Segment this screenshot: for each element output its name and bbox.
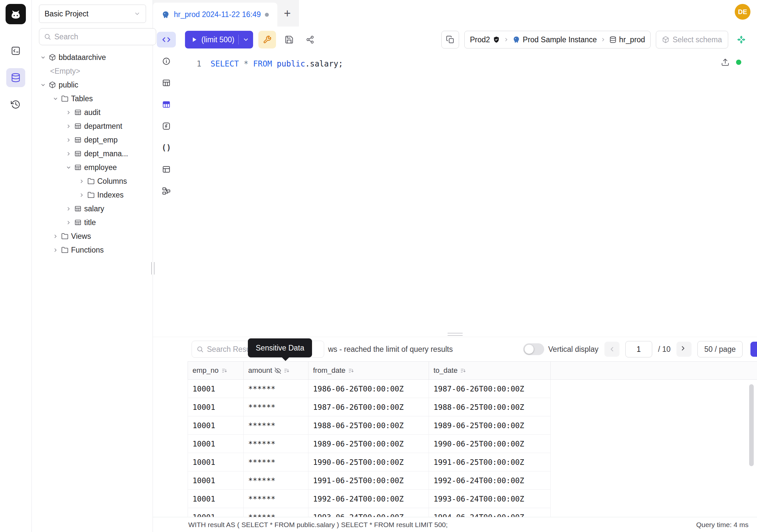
table-row[interactable]: 10001******1986-06-26T00:00:00Z1987-06-2… — [188, 380, 757, 398]
table-cell[interactable]: 1989-06-25T00:00:00Z — [308, 435, 429, 453]
tree-item-empty[interactable]: <Empty> — [32, 64, 153, 78]
tree-item-views[interactable]: Views — [32, 229, 153, 243]
copy-sheet-button[interactable] — [441, 31, 459, 48]
prev-page-button[interactable] — [604, 342, 620, 357]
tree-item-bbdataarchive[interactable]: bbdataarchive — [32, 50, 153, 64]
table-cell[interactable]: 1988-06-25T00:00:00Z — [429, 398, 550, 416]
avatar[interactable]: DE — [735, 4, 750, 20]
table-cell[interactable]: 1993-06-24T00:00:00Z — [308, 508, 429, 517]
tree-item-title[interactable]: title — [32, 216, 153, 229]
tree-item-audit[interactable]: audit — [32, 106, 153, 119]
chevron-right-icon[interactable] — [66, 123, 72, 129]
info-panel-button[interactable] — [157, 53, 176, 69]
table-data-panel-button[interactable] — [157, 97, 176, 112]
table-cell[interactable]: ****** — [243, 416, 308, 435]
table-row[interactable]: 10001******1993-06-24T00:00:00Z1994-06-2… — [188, 508, 757, 517]
tables-panel-button[interactable] — [157, 75, 176, 91]
tree-item-columns[interactable]: Columns — [32, 174, 153, 188]
tree-item-employee[interactable]: employee — [32, 161, 153, 174]
chevron-right-icon[interactable] — [66, 110, 72, 115]
table-row[interactable]: 10001******1991-06-25T00:00:00Z1992-06-2… — [188, 471, 757, 490]
format-sql-button[interactable] — [258, 31, 276, 48]
code-line[interactable]: SELECT * FROM public.salary; — [211, 53, 343, 332]
tree-item-functions[interactable]: Functions — [32, 243, 153, 257]
column-header-to-date[interactable]: to_date — [429, 361, 550, 380]
vertical-display-toggle[interactable] — [523, 343, 544, 355]
schema-diagram-button[interactable] — [157, 183, 176, 199]
rail-history-button[interactable] — [6, 95, 25, 114]
page-size-select[interactable]: 50 / page — [697, 341, 742, 358]
table-cell[interactable]: 1987-06-26T00:00:00Z — [308, 398, 429, 416]
table-cell[interactable]: ****** — [243, 453, 308, 471]
page-number-input[interactable] — [625, 341, 652, 358]
procedures-panel-button[interactable]: () — [157, 140, 176, 156]
sidebar-search-input[interactable] — [54, 32, 151, 41]
table-cell[interactable]: 10001 — [188, 471, 243, 490]
sort-icon[interactable] — [221, 367, 227, 374]
functions-panel-button[interactable] — [157, 118, 176, 134]
column-header-amount[interactable]: amount — [243, 361, 308, 380]
table-cell[interactable]: 1987-06-26T00:00:00Z — [429, 380, 550, 398]
upload-icon[interactable] — [721, 58, 730, 67]
tree-item-salary[interactable]: salary — [32, 202, 153, 216]
sort-icon[interactable] — [460, 367, 466, 374]
chevron-right-icon[interactable] — [66, 137, 72, 143]
table-row[interactable]: 10001******1990-06-25T00:00:00Z1991-06-2… — [188, 453, 757, 471]
table-cell[interactable]: 1990-06-25T00:00:00Z — [429, 435, 550, 453]
tree-item-department[interactable]: department — [32, 119, 153, 133]
chevron-down-icon[interactable] — [40, 55, 46, 60]
table-cell[interactable]: 1990-06-25T00:00:00Z — [308, 453, 429, 471]
table-cell[interactable]: 1992-06-24T00:00:00Z — [308, 490, 429, 508]
table-cell[interactable]: ****** — [243, 471, 308, 490]
external-tables-panel-button[interactable] — [157, 162, 176, 177]
results-scrollbar-thumb[interactable] — [749, 384, 754, 466]
select-schema-button[interactable]: Select schema — [656, 31, 728, 48]
run-query-button[interactable]: (limit 500) — [185, 31, 253, 48]
tree-item-indexes[interactable]: Indexes — [32, 188, 153, 202]
chevron-right-icon[interactable] — [66, 220, 72, 225]
tree-item-dept-mana[interactable]: dept_mana... — [32, 147, 153, 161]
table-row[interactable]: 10001******1988-06-25T00:00:00Z1989-06-2… — [188, 416, 757, 435]
table-cell[interactable]: 10001 — [188, 398, 243, 416]
bytebase-logo[interactable] — [6, 4, 26, 24]
table-cell[interactable]: ****** — [243, 435, 308, 453]
table-cell[interactable]: 10001 — [188, 380, 243, 398]
eye-off-icon[interactable] — [275, 367, 281, 374]
sidebar-resize-handle[interactable] — [151, 262, 155, 274]
table-cell[interactable]: 1986-06-26T00:00:00Z — [308, 380, 429, 398]
chevron-right-icon[interactable] — [53, 247, 59, 253]
database-crumb[interactable]: hr_prod — [609, 35, 645, 44]
rail-sql-editor-button[interactable] — [6, 41, 25, 60]
chevron-right-icon[interactable] — [79, 192, 85, 198]
table-cell[interactable]: ****** — [243, 398, 308, 416]
table-cell[interactable]: 1993-06-24T00:00:00Z — [429, 490, 550, 508]
sql-editor[interactable]: 1 SELECT * FROM public.salary; — [180, 53, 757, 332]
table-row[interactable]: 10001******1989-06-25T00:00:00Z1990-06-2… — [188, 435, 757, 453]
table-cell[interactable]: ****** — [243, 508, 308, 517]
table-cell[interactable]: 1994-06-24T00:00:00Z — [429, 508, 550, 517]
table-cell[interactable]: 1991-06-25T00:00:00Z — [429, 453, 550, 471]
column-header-emp-no[interactable]: emp_no — [188, 361, 243, 380]
tree-item-dept-emp[interactable]: dept_emp — [32, 133, 153, 147]
chevron-right-icon[interactable] — [53, 234, 59, 239]
chevron-down-icon[interactable] — [40, 82, 46, 88]
chevron-right-icon[interactable] — [66, 206, 72, 212]
table-cell[interactable]: ****** — [243, 490, 308, 508]
next-page-button[interactable] — [677, 342, 691, 357]
column-header-from-date[interactable]: from_date — [308, 361, 429, 380]
results-resize-handle[interactable] — [153, 332, 757, 337]
chevron-down-icon[interactable] — [66, 165, 72, 170]
table-cell[interactable]: 1988-06-25T00:00:00Z — [308, 416, 429, 435]
table-row[interactable]: 10001******1992-06-24T00:00:00Z1993-06-2… — [188, 490, 757, 508]
instance-crumb[interactable]: Prod Sample Instance — [512, 35, 597, 44]
environment-crumb[interactable]: Prod2 — [470, 35, 500, 44]
table-cell[interactable]: ****** — [243, 380, 308, 398]
sort-icon[interactable] — [348, 367, 354, 374]
chevron-right-icon[interactable] — [79, 178, 85, 184]
share-sheet-button[interactable] — [302, 32, 318, 47]
table-cell[interactable]: 10001 — [188, 490, 243, 508]
new-tab-button[interactable]: + — [277, 0, 298, 26]
sort-icon[interactable] — [284, 367, 290, 374]
table-cell[interactable]: 1992-06-24T00:00:00Z — [429, 471, 550, 490]
rail-database-button[interactable] — [6, 68, 25, 87]
